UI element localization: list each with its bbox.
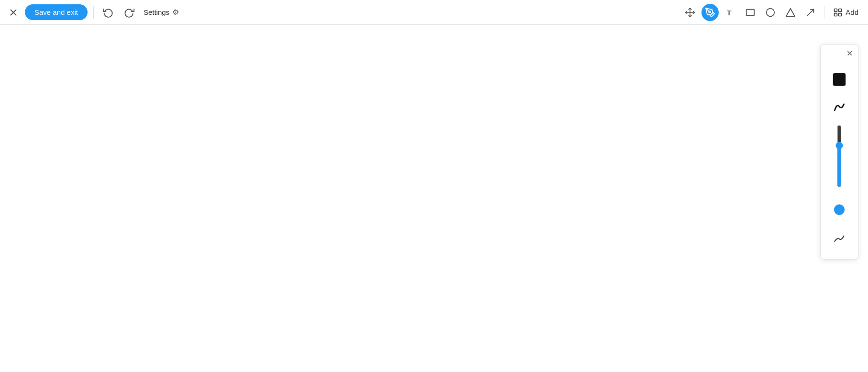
toolbar-divider-1 — [93, 6, 94, 19]
svg-rect-12 — [839, 13, 842, 16]
size-slider[interactable] — [835, 125, 844, 187]
redo-button[interactable] — [121, 4, 138, 21]
svg-marker-8 — [786, 8, 795, 16]
svg-rect-10 — [835, 9, 837, 11]
pen-preview-item[interactable] — [827, 225, 851, 249]
text-tool-button[interactable]: T — [722, 4, 739, 21]
right-panel: ✕ — [820, 44, 858, 259]
toolbar: Save and exit Settings ⚙ — [0, 0, 868, 25]
blue-color-item[interactable] — [827, 198, 851, 222]
settings-gear-icon[interactable]: ⚙ — [172, 8, 179, 17]
move-tool-button[interactable] — [681, 4, 699, 21]
add-label: Add — [846, 8, 858, 16]
arrow-tool-button[interactable] — [802, 4, 819, 21]
size-slider-container — [835, 125, 844, 192]
add-button[interactable]: Add — [829, 6, 862, 19]
close-button[interactable] — [6, 5, 21, 20]
svg-point-4 — [709, 11, 711, 13]
panel-close-button[interactable]: ✕ — [845, 48, 854, 58]
svg-text:T: T — [727, 9, 732, 16]
toolbar-divider-2 — [824, 6, 824, 19]
toolbar-right: T — [681, 4, 862, 21]
pen-tool-button[interactable] — [701, 4, 719, 21]
triangle-tool-button[interactable] — [782, 4, 799, 21]
settings-label: Settings — [144, 8, 169, 16]
add-icon — [833, 8, 843, 17]
color-swatch-item[interactable] — [827, 68, 851, 91]
svg-rect-13 — [835, 13, 837, 16]
circle-tool-button[interactable] — [762, 4, 779, 21]
pen-stroke-icon — [832, 100, 847, 115]
svg-point-7 — [767, 8, 775, 16]
undo-button[interactable] — [100, 4, 117, 21]
blue-color-dot — [834, 204, 845, 215]
svg-rect-6 — [746, 9, 755, 15]
settings-area: Settings ⚙ — [144, 8, 179, 17]
save-exit-button[interactable]: Save and exit — [25, 4, 88, 20]
pen-stroke-item[interactable] — [827, 95, 851, 119]
svg-line-9 — [808, 9, 814, 15]
rectangle-tool-button[interactable] — [742, 4, 759, 21]
black-color-swatch — [833, 73, 846, 86]
pen-preview-icon — [832, 230, 847, 245]
canvas-area[interactable]: ✕ — [0, 25, 868, 372]
svg-rect-11 — [839, 9, 842, 11]
